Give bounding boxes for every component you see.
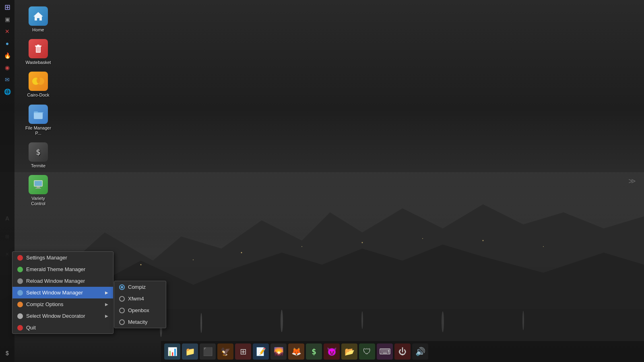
select-wm-arrow-icon: ▶: [105, 290, 108, 295]
home-label: Home: [32, 27, 44, 33]
compiz-radio: [119, 284, 125, 290]
filemanager-label: File Manager P...: [22, 125, 55, 136]
dock-icon-dollar[interactable]: $: [2, 348, 13, 359]
dock-icon-apps[interactable]: ⊞: [2, 2, 13, 13]
select-wm-label: Select Window Manager: [26, 290, 83, 296]
dock-icon-user[interactable]: ●: [2, 38, 13, 49]
cairodock-icon-img: [29, 72, 48, 91]
filemanager-icon-img: [29, 105, 48, 124]
compiz-options-arrow-icon: ▶: [105, 302, 108, 306]
menu-item-select-window-decorator[interactable]: Select Window Decorator ▶: [12, 310, 113, 322]
select-wm-submenu: Compiz Xfwm4 Openbox Metacity: [114, 281, 166, 328]
home-icon-img: [29, 6, 48, 26]
svg-point-8: [193, 259, 194, 260]
svg-point-14: [543, 246, 544, 247]
svg-point-11: [362, 242, 363, 243]
submenu-item-metacity[interactable]: Metacity: [114, 316, 166, 328]
svg-point-12: [422, 238, 423, 239]
desktop-icon-wastebasket[interactable]: Wastebasket: [20, 37, 56, 68]
select-decorator-label: Select Window Decorator: [26, 313, 85, 319]
menu-item-emerald-theme-manager[interactable]: Emerald Theme Manager: [12, 263, 113, 275]
metacity-radio: [119, 319, 125, 325]
svg-point-10: [301, 246, 302, 247]
taskbar-icon-hotkeys[interactable]: ⌨: [377, 343, 393, 360]
svg-rect-17: [37, 45, 39, 46]
emerald-label: Emerald Theme Manager: [26, 266, 85, 272]
menu-item-reload-window-manager[interactable]: Reload Window Manager: [12, 275, 113, 287]
svg-point-7: [140, 264, 142, 265]
quit-label: Quit: [26, 325, 36, 331]
compiz-options-label: Compiz Options: [26, 301, 63, 307]
svg-point-6: [522, 311, 524, 330]
svg-rect-27: [35, 188, 41, 189]
menu-item-compiz-options[interactable]: Compiz Options ▶: [12, 298, 113, 310]
desktop-icons: Home Wastebasket Cairo-Dock: [20, 4, 56, 209]
taskbar-icon-devil[interactable]: 😈: [324, 343, 340, 360]
desktop-icon-cairodock[interactable]: Cairo-Dock: [20, 69, 56, 100]
settings-manager-icon: [17, 255, 23, 261]
svg-point-13: [483, 240, 484, 241]
taskbar-icon-cashew[interactable]: $: [306, 343, 322, 360]
desktop-icon-variety[interactable]: VarietyControl: [20, 173, 56, 209]
menu-item-settings-manager[interactable]: Settings Manager: [12, 252, 113, 263]
taskbar-icon-photo[interactable]: 🌄: [270, 343, 287, 360]
svg-point-4: [361, 311, 363, 329]
select-wm-icon: [17, 290, 23, 296]
xfwm4-radio: [119, 296, 125, 302]
taskbar-icon-power[interactable]: ⏻: [394, 343, 411, 360]
select-decorator-arrow-icon: ▶: [105, 314, 108, 318]
variety-icon-img: [29, 175, 48, 194]
termite-label: Termite: [31, 163, 45, 169]
dock-icon-windows[interactable]: ▣: [2, 14, 13, 25]
taskbar: 📊 📁 ⬛ 🦅 ⊞ 📝 🌄 🦊 $ 😈 📂 🛡 ⌨ ⏻ 🔊: [161, 341, 644, 362]
taskbar-icon-writer[interactable]: 📝: [253, 343, 269, 360]
taskbar-icon-folder[interactable]: 📂: [341, 343, 357, 360]
taskbar-icon-thunderbird[interactable]: 🦅: [217, 343, 233, 360]
taskbar-icon-shield[interactable]: 🛡: [359, 343, 375, 360]
svg-rect-26: [37, 187, 40, 188]
svg-point-5: [442, 311, 444, 332]
dock-icon-fire[interactable]: 🔥: [2, 50, 13, 61]
quit-icon: [17, 325, 23, 331]
openbox-radio: [119, 308, 125, 313]
dock-icon-email[interactable]: ✉: [2, 74, 13, 85]
desktop-icon-termite[interactable]: $ Termite: [20, 140, 56, 171]
wastebasket-label: Wastebasket: [25, 60, 51, 65]
reload-label: Reload Window Manager: [26, 278, 85, 284]
right-arrow-button[interactable]: ≫: [628, 177, 636, 185]
submenu-item-xfwm4[interactable]: Xfwm4: [114, 293, 166, 304]
reload-icon: [17, 278, 23, 284]
dock-icon-globe[interactable]: 🌐: [2, 86, 13, 97]
cairodock-label: Cairo-Dock: [27, 93, 49, 98]
svg-point-2: [200, 313, 202, 333]
compiz-label: Compiz: [128, 284, 146, 290]
variety-label: VarietyControl: [31, 196, 45, 206]
settings-manager-label: Settings Manager: [26, 255, 67, 261]
compiz-options-icon: [17, 302, 23, 307]
select-decorator-icon: [17, 313, 23, 319]
metacity-label: Metacity: [128, 319, 147, 325]
dock-icon-bug[interactable]: ✕: [2, 26, 13, 37]
termite-icon-img: $: [29, 142, 48, 162]
openbox-label: Openbox: [128, 307, 149, 313]
submenu-item-compiz[interactable]: Compiz: [114, 281, 166, 293]
submenu-item-openbox[interactable]: Openbox: [114, 304, 166, 316]
taskbar-icon-mixer[interactable]: 📊: [164, 343, 180, 360]
menu-item-select-window-manager[interactable]: Select Window Manager ▶: [12, 287, 113, 298]
menu-item-quit[interactable]: Quit: [12, 322, 113, 333]
svg-point-3: [281, 310, 283, 332]
dock-icon-vokoscreen[interactable]: ◉: [2, 62, 13, 73]
taskbar-icon-firefox[interactable]: 🦊: [288, 343, 304, 360]
taskbar-icon-files[interactable]: 📁: [182, 343, 198, 360]
xfwm4-label: Xfwm4: [128, 296, 144, 302]
desktop-icon-home[interactable]: Home: [20, 4, 56, 35]
context-menu: Settings Manager Emerald Theme Manager R…: [12, 251, 114, 334]
desktop-icon-filemanager[interactable]: File Manager P...: [20, 102, 56, 138]
wastebasket-icon-img: [29, 39, 48, 58]
taskbar-icon-terminal[interactable]: ⬛: [200, 343, 216, 360]
svg-rect-25: [35, 181, 42, 186]
svg-rect-23: [34, 112, 43, 119]
emerald-icon: [17, 267, 23, 272]
taskbar-icon-grid[interactable]: ⊞: [235, 343, 251, 360]
taskbar-icon-audio[interactable]: 🔊: [412, 343, 428, 360]
